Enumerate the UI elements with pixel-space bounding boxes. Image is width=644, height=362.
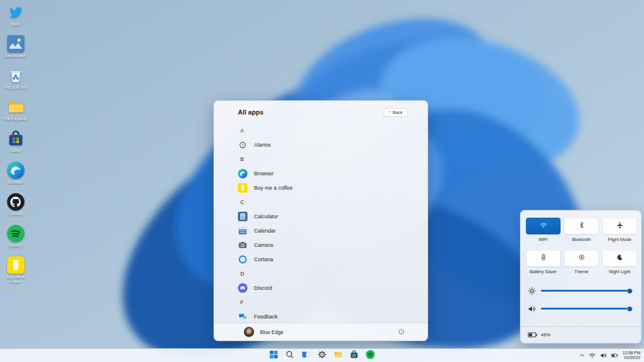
desktop-icon-label: Blue [11,22,20,27]
taskbar-task-view-button[interactable] [301,351,311,361]
quick-setting-wifi: WiFi [526,218,561,242]
tray-clock[interactable]: 12:58 PM 02/20/22 [623,351,640,360]
desktop-icon-buy-me-a-coffee[interactable]: Buy me a coffee [1,256,30,286]
airplane-toggle[interactable] [602,218,637,234]
toggle-label: Flight Mode [608,237,631,242]
task-view-icon [302,350,311,361]
quick-setting-battery-saver: Battery Saver [526,250,561,274]
tray-volume-icon[interactable] [600,352,607,359]
quick-setting-night-light: Night Light [602,250,637,274]
volume-slider-thumb[interactable] [627,307,632,311]
desktop-icon-store[interactable]: Store [1,130,30,159]
tray-battery-icon[interactable] [611,352,618,359]
toggle-label: Theme [574,269,588,274]
app-item-label: Buy me a coffee [254,185,293,191]
volume-slider[interactable] [541,308,633,310]
taskbar-spotify-button[interactable] [366,351,376,361]
all-apps-panel: All apps ‹ Back A Alarms B Browser Buy m… [213,100,428,341]
desktop: Blue Landscape Recycle Bin File Explorer… [0,0,644,362]
tray-wifi-icon[interactable] [589,352,596,359]
desktop-icon-github[interactable]: GitHub [1,193,30,222]
battery-icon [528,330,538,341]
app-item-cortana[interactable]: Cortana [238,252,416,267]
search-icon [286,350,295,361]
bluetooth-toggle[interactable] [564,218,599,234]
app-item-alarms[interactable]: Alarms [238,138,416,152]
app-item-label: Discord [254,285,273,291]
feedback-icon [238,312,247,321]
quick-setting-theme: Theme [564,250,599,274]
desktop-icon-recycle-bin[interactable]: Recycle Bin [1,67,30,96]
app-item-browser[interactable]: Browser [238,166,416,181]
settings-gear-icon [318,350,327,361]
battery-saver-toggle[interactable] [526,250,561,267]
desktop-icon-label: Browser [8,180,23,185]
tray-date: 02/20/22 [623,355,640,360]
app-item-label: Calendar [254,228,276,234]
landscape-icon [7,35,24,52]
calculator-icon [238,212,247,221]
app-item-discord[interactable]: Discord [238,281,416,295]
taskbar-search-button[interactable] [285,351,295,361]
taskbar-start-button[interactable] [269,351,279,361]
chevron-up-icon[interactable] [580,354,584,357]
night-light-toggle[interactable] [602,250,637,267]
section-letter-a[interactable]: A [238,123,416,138]
camera-icon [238,240,247,250]
desktop-icon-label: GitHub [9,212,22,216]
desktop-icon-file-explorer[interactable]: File Explorer [1,98,30,128]
toggle-label: WiFi [539,237,548,242]
calendar-icon [238,226,247,236]
user-account-button[interactable]: Blue Edge [244,327,283,337]
github-icon [7,193,24,211]
edge-icon [238,169,247,178]
chevron-left-icon: ‹ [389,110,391,115]
desktop-icon-blue[interactable]: Blue [1,4,30,33]
brightness-slider-thumb[interactable] [627,289,632,293]
recycle-bin-icon [7,67,24,84]
brightness-slider[interactable] [541,290,633,292]
app-item-camera[interactable]: Camera [238,238,416,252]
desktop-icon-landscape[interactable]: Landscape [1,35,30,64]
taskbar: 12:58 PM 02/20/22 [0,348,644,362]
store-icon [350,350,359,361]
desktop-icon-label: Recycle Bin [5,85,27,90]
section-letter-f[interactable]: F [238,295,416,310]
brightness-icon [528,287,536,295]
app-item-feedback[interactable]: Feedback [238,310,416,323]
coffee-icon [7,256,24,274]
section-letter-c[interactable]: C [238,195,416,209]
night-light-icon [616,253,624,264]
taskbar-store-button[interactable] [349,351,360,361]
bluetooth-icon [578,221,586,231]
app-item-calendar[interactable]: Calendar [238,224,416,238]
battery-percentage: 45% [541,332,550,338]
start-menu-footer: Blue Edge [214,323,428,341]
app-item-label: Browser [254,171,274,177]
app-item-label: Calculator [254,214,278,219]
desktop-icon-list: Blue Landscape Recycle Bin File Explorer… [1,4,30,286]
taskbar-tray: 12:58 PM 02/20/22 [580,349,640,362]
taskbar-settings-button[interactable] [317,351,327,361]
spotify-icon [7,225,24,242]
power-button[interactable] [397,327,407,337]
airplane-icon [616,221,624,231]
app-item-calculator[interactable]: Calculator [238,209,416,224]
toggle-label: Battery Saver [530,269,556,274]
battery-saver-icon [540,253,547,264]
section-letter-d[interactable]: D [238,267,416,281]
wifi-toggle[interactable] [526,218,561,234]
desktop-icon-browser[interactable]: Browser [1,162,30,191]
app-item-buy-me-a-coffee[interactable]: Buy me a coffee [238,181,416,195]
section-letter-b[interactable]: B [238,152,416,166]
desktop-icon-spotify[interactable]: Spotify [1,225,30,254]
theme-toggle[interactable] [564,250,599,267]
wifi-icon [540,221,547,231]
taskbar-center-icons [269,349,376,362]
store-icon [7,130,24,147]
taskbar-file-explorer-button[interactable] [333,351,343,361]
back-button[interactable]: ‹ Back [383,108,408,117]
desktop-icon-label: Buy me a coffee [1,275,30,284]
quick-settings-grid: WiFi Bluetooth Flight Mode Battery Saver [521,211,641,274]
desktop-icon-label: Landscape [5,54,26,58]
